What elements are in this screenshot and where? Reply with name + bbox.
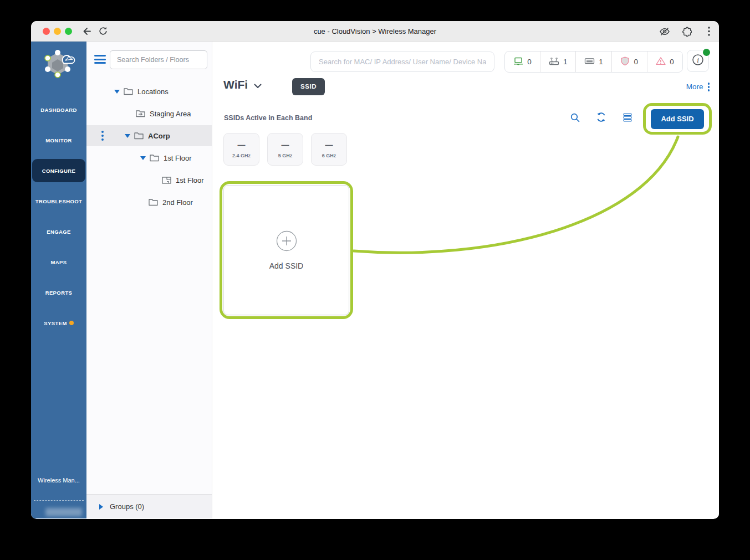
global-search-input[interactable] — [310, 52, 494, 72]
hamburger-icon[interactable] — [94, 55, 106, 64]
alert-triangle-icon — [656, 56, 666, 67]
sidebar-item-monitor[interactable]: MONITOR — [32, 129, 85, 152]
chevron-expanded-icon[interactable] — [114, 90, 120, 94]
info-icon: i — [691, 53, 705, 69]
band-label: 6 GHz — [322, 153, 336, 158]
tab-ssid[interactable]: SSID — [292, 78, 325, 95]
tree-item-label: 1st Floor — [164, 154, 192, 162]
sidebar-item-engage[interactable]: ENGAGE — [32, 220, 85, 243]
band-card-6ghz[interactable]: — 6 GHz — [311, 133, 347, 166]
sidebar-item-troubleshoot[interactable]: TROUBLESHOOT — [32, 189, 85, 213]
sidebar-item-label: REPORTS — [45, 290, 73, 296]
status-count: 0 — [634, 58, 638, 66]
tree-item-2nd-floor[interactable]: 2nd Floor — [86, 192, 212, 213]
sidebar-item-label: MAPS — [50, 259, 67, 265]
status-security[interactable]: 0 — [612, 52, 647, 72]
sidebar-item-label: MONITOR — [45, 137, 72, 143]
more-menu[interactable]: More — [686, 83, 710, 91]
chevron-down-icon — [254, 78, 262, 91]
more-kebab-icon — [708, 83, 710, 91]
list-view-icon[interactable] — [623, 113, 632, 122]
chevron-expanded-icon[interactable] — [125, 134, 130, 138]
groups-label: Groups (0) — [110, 502, 144, 511]
tree-item-1st-floor-folder[interactable]: 1st Floor — [86, 147, 212, 168]
floorplan-icon — [162, 177, 171, 184]
folder-search-input[interactable] — [110, 50, 207, 69]
app-sidebar: DASHBOARD MONITOR CONFIGURE TROUBLESHOOT… — [31, 42, 86, 518]
client-laptop-icon — [513, 57, 523, 67]
access-point-icon — [549, 56, 559, 67]
sidebar-divider — [34, 500, 84, 501]
search-icon[interactable] — [570, 112, 580, 123]
sidebar-item-label: DASHBOARD — [40, 107, 76, 113]
sidebar-item-label: ENGAGE — [47, 229, 71, 235]
tree-item-1st-floor-floorplan[interactable]: 1st Floor — [86, 169, 212, 191]
tree-item-acorp-selected[interactable]: ACorp — [86, 125, 212, 146]
folder-icon — [149, 198, 158, 206]
tree-item-label: ACorp — [148, 132, 170, 140]
page-title: WiFi — [223, 78, 248, 91]
band-card-5ghz[interactable]: — 5 GHz — [267, 133, 303, 166]
status-count: 1 — [599, 58, 603, 66]
tree-item-staging-area[interactable]: Staging Area — [86, 103, 212, 124]
browser-tab-title: cue - CloudVision > Wireless Manager — [31, 21, 719, 42]
sidebar-footer-label: Wireless Man... — [31, 477, 86, 484]
status-count: 1 — [563, 58, 568, 66]
sidebar-item-maps[interactable]: MAPS — [32, 250, 85, 274]
main-content: 0 1 1 0 — [212, 42, 719, 518]
status-count: 0 — [670, 58, 674, 66]
switch-icon — [584, 57, 595, 66]
status-alerts[interactable]: 0 — [647, 52, 682, 72]
chevron-collapsed-icon[interactable] — [99, 504, 103, 510]
folder-icon — [150, 154, 159, 162]
system-notification-dot — [69, 321, 74, 325]
band-label: 5 GHz — [278, 153, 293, 158]
add-ssid-button-highlight: Add SSID — [643, 103, 712, 135]
security-shield-icon — [620, 56, 630, 68]
tree-kebab-icon[interactable] — [101, 131, 104, 141]
tree-item-label: 2nd Floor — [162, 198, 193, 207]
status-count: 0 — [527, 58, 532, 66]
tree-item-locations[interactable]: Locations — [86, 81, 212, 102]
cloud-network-logo — [40, 48, 78, 81]
info-button[interactable]: i — [687, 50, 709, 72]
refresh-icon[interactable] — [595, 111, 607, 123]
more-label: More — [686, 83, 703, 91]
folder-tree-panel: Locations Staging Area ACorp 1st Floor 1… — [86, 42, 212, 518]
band-card-2-4ghz[interactable]: — 2.4 GHz — [223, 133, 259, 166]
folder-icon — [124, 88, 133, 95]
band-value: — — [282, 141, 289, 150]
band-value: — — [325, 141, 333, 150]
chevron-expanded-icon[interactable] — [140, 156, 146, 160]
band-label: 2.4 GHz — [232, 153, 251, 158]
eye-off-icon[interactable] — [659, 27, 670, 39]
sidebar-item-label: CONFIGURE — [42, 168, 76, 174]
add-ssid-button[interactable]: Add SSID — [651, 109, 704, 129]
sidebar-item-configure[interactable]: CONFIGURE — [32, 159, 85, 182]
status-switches[interactable]: 1 — [576, 52, 611, 72]
sidebar-item-dashboard[interactable]: DASHBOARD — [32, 98, 85, 121]
sidebar-item-label: SYSTEM — [44, 320, 67, 326]
redacted-username — [45, 508, 82, 516]
browser-window: cue - CloudVision > Wireless Manager — [31, 21, 719, 519]
sidebar-item-system[interactable]: SYSTEM — [32, 311, 85, 335]
tree-item-label: 1st Floor — [176, 176, 204, 184]
status-access-points[interactable]: 1 — [540, 52, 576, 72]
staging-folder-icon — [136, 110, 145, 117]
svg-text:i: i — [697, 56, 699, 64]
groups-section-toggle[interactable]: Groups (0) — [86, 494, 212, 518]
tree-item-label: Locations — [137, 88, 169, 96]
kebab-menu-icon[interactable] — [708, 27, 710, 38]
status-clients[interactable]: 0 — [505, 52, 540, 72]
section-title: SSIDs Active in Each Band — [224, 114, 312, 122]
device-status-bar: 0 1 1 0 — [504, 51, 683, 73]
tree-item-label: Staging Area — [150, 110, 191, 118]
band-value: — — [238, 141, 246, 150]
sidebar-item-reports[interactable]: REPORTS — [32, 281, 85, 304]
extensions-puzzle-icon[interactable] — [682, 27, 692, 39]
sidebar-item-label: TROUBLESHOOT — [35, 198, 83, 204]
info-status-dot — [703, 49, 710, 56]
wifi-title-dropdown[interactable]: WiFi — [223, 78, 262, 91]
add-ssid-card-highlight — [220, 181, 353, 319]
folder-icon — [134, 132, 144, 140]
